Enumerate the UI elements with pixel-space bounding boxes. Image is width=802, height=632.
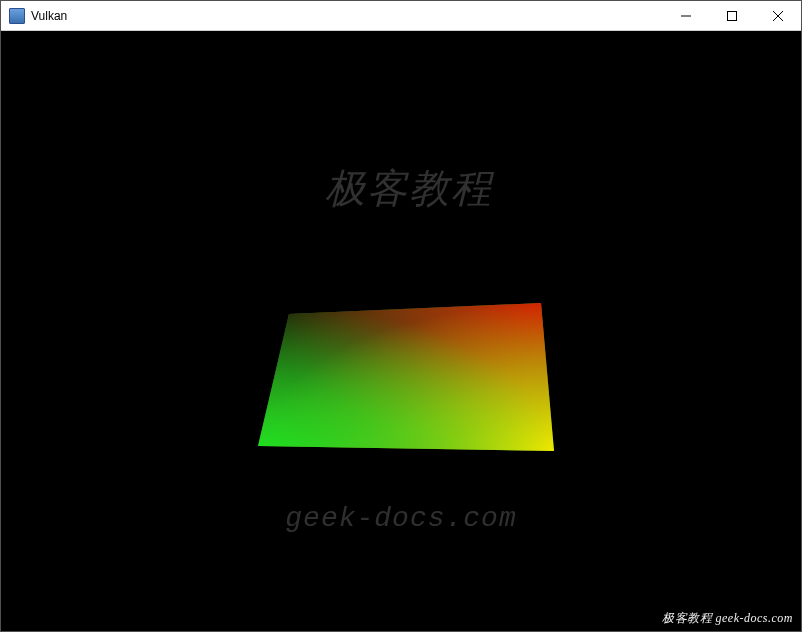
titlebar[interactable]: Vulkan: [1, 1, 801, 31]
close-button[interactable]: [755, 1, 801, 30]
maximize-icon: [727, 11, 737, 21]
render-viewport: 极客教程 geek-docs.com 极客教程 geek-docs.com: [1, 31, 801, 631]
minimize-icon: [681, 11, 691, 21]
gradient-quad: [258, 303, 554, 451]
close-icon: [773, 11, 783, 21]
application-window: Vulkan: [0, 0, 802, 632]
footer-credit: 极客教程 geek-docs.com: [662, 610, 793, 627]
window-controls: [663, 1, 801, 30]
render-surface: [1, 31, 801, 631]
minimize-button[interactable]: [663, 1, 709, 30]
svg-rect-9: [258, 303, 554, 451]
maximize-button[interactable]: [709, 1, 755, 30]
window-title: Vulkan: [31, 9, 663, 23]
svg-rect-1: [728, 11, 737, 20]
app-icon: [9, 8, 25, 24]
